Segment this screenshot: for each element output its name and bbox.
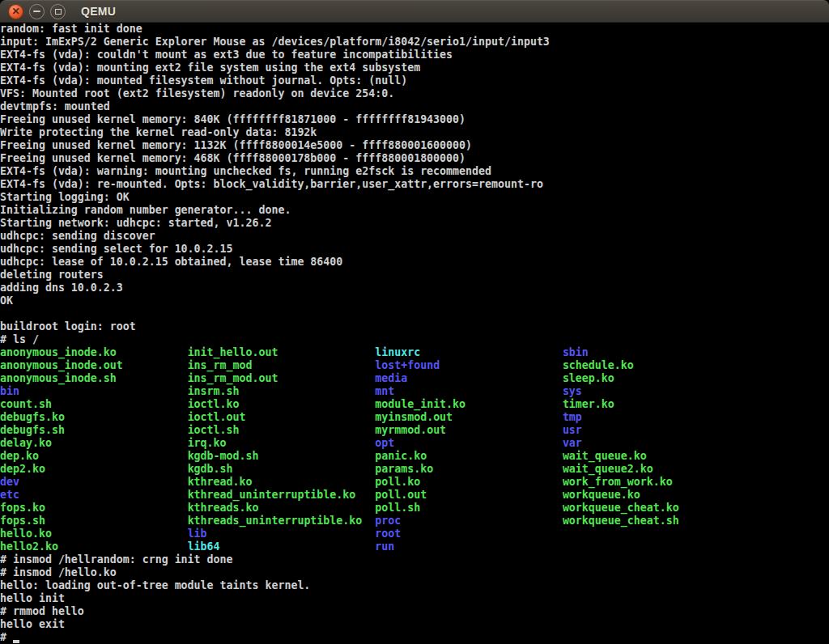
terminal-line: buildroot login: root	[0, 320, 829, 333]
terminal-text: fops.ko	[0, 502, 188, 514]
close-button[interactable]: ✕	[8, 4, 23, 19]
terminal-text: var	[563, 437, 582, 449]
terminal-line: etc kthread_uninterruptible.ko poll.out …	[0, 489, 829, 502]
terminal-text: hello init	[0, 592, 65, 604]
terminal-text: #	[0, 631, 13, 643]
terminal-line: EXT4-fs (vda): warning: mounting uncheck…	[0, 165, 829, 178]
terminal-text: deleting routers	[0, 269, 104, 281]
terminal-text: sbin	[563, 346, 589, 358]
terminal-text: EXT4-fs (vda): mounted filesystem withou…	[0, 74, 407, 87]
minimize-icon	[33, 11, 40, 12]
terminal-text: etc	[0, 489, 188, 501]
terminal-line: EXT4-fs (vda): couldn't mount as ext3 du…	[0, 49, 829, 61]
terminal-text: adding dns 10.0.2.3	[0, 282, 123, 294]
terminal-text: udhcpc: sending discover	[0, 230, 155, 242]
terminal-line: anonymous_inode.sh ins_rm_mod.out media …	[0, 372, 829, 385]
maximize-button[interactable]	[50, 4, 66, 19]
terminal-text: Starting network: udhcpc: started, v1.26…	[0, 217, 271, 229]
terminal-text: buildroot login: root	[0, 320, 136, 333]
terminal-text: myinsmod.out	[375, 411, 563, 423]
terminal-text: linuxrc	[375, 346, 563, 358]
terminal-line: # insmod /hello.ko	[0, 566, 829, 579]
terminal-text: lib64	[188, 540, 376, 553]
terminal-line: adding dns 10.0.2.3	[0, 282, 829, 294]
terminal-text: dep.ko	[0, 450, 188, 462]
titlebar[interactable]: ✕ QEMU	[0, 0, 829, 23]
terminal-line: # ls /	[0, 333, 829, 346]
terminal-line: anonymous_inode.ko init_hello.out linuxr…	[0, 346, 829, 359]
terminal-text: schedule.ko	[563, 359, 634, 371]
terminal-text: fops.sh	[0, 515, 188, 527]
terminal-line: #	[0, 631, 829, 644]
terminal-text: hello exit	[0, 618, 65, 630]
terminal-text: bin	[0, 385, 188, 397]
close-icon: ✕	[11, 6, 19, 16]
terminal-line: delay.ko irq.ko opt var	[0, 437, 829, 450]
terminal-text: kthread.ko	[188, 476, 376, 488]
terminal-text: module_init.ko	[375, 398, 563, 410]
terminal-text: # insmod /hellrandom: crng init done	[0, 553, 233, 566]
minimize-button[interactable]	[29, 4, 45, 19]
terminal-text: ioctl.ko	[188, 398, 376, 410]
terminal-text: sleep.ko	[563, 372, 614, 384]
terminal-text: Initializing random number generator... …	[0, 204, 291, 216]
terminal-text: input: ImExPS/2 Generic Explorer Mouse a…	[0, 36, 550, 48]
terminal-text: params.ko	[375, 463, 563, 475]
terminal-line: fops.sh kthreads_uninterruptible.ko proc…	[0, 515, 829, 527]
terminal-text: ioctl.out	[188, 411, 376, 423]
terminal-text: insrm.sh	[188, 385, 376, 397]
terminal-line: anonymous_inode.out ins_rm_mod lost+foun…	[0, 359, 829, 372]
terminal-text: run	[375, 540, 394, 553]
terminal-text: # rmmod hello	[0, 605, 84, 617]
terminal-text: sys	[563, 385, 582, 397]
terminal-text: devtmpfs: mounted	[0, 100, 110, 112]
terminal-line: dev kthread.ko poll.ko work_from_work.ko	[0, 476, 829, 489]
terminal-text: EXT4-fs (vda): re-mounted. Opts: block_v…	[0, 178, 543, 190]
terminal-text: dev	[0, 476, 188, 488]
terminal-line: deleting routers	[0, 269, 829, 282]
terminal-line: EXT4-fs (vda): mounting ext2 file system…	[0, 61, 829, 74]
terminal-line: bin insrm.sh mnt sys	[0, 385, 829, 398]
terminal-line: OK	[0, 294, 829, 307]
window-title: QEMU	[81, 5, 116, 18]
terminal-text: wait_queue.ko	[563, 450, 647, 462]
terminal-text: delay.ko	[0, 437, 188, 449]
terminal-line: hello: loading out-of-tree module taints…	[0, 579, 829, 592]
terminal-text: hello.ko	[0, 527, 188, 540]
terminal-text: OK	[0, 294, 13, 307]
terminal-line: Write protecting the kernel read-only da…	[0, 126, 829, 139]
terminal-text: mnt	[375, 385, 563, 397]
terminal-text: anonymous_inode.out	[0, 359, 188, 371]
terminal-text: hello: loading out-of-tree module taints…	[0, 579, 310, 591]
terminal-line: devtmpfs: mounted	[0, 100, 829, 113]
qemu-window: ✕ QEMU random: fast init doneinput: ImEx…	[0, 0, 829, 644]
terminal-text: wait_queue2.ko	[563, 463, 653, 475]
terminal-line: Freeing unused kernel memory: 840K (ffff…	[0, 113, 829, 126]
terminal-text: kgdb-mod.sh	[188, 450, 376, 462]
terminal-line: VFS: Mounted root (ext2 filesystem) read…	[0, 87, 829, 100]
terminal-text: debugfs.ko	[0, 411, 188, 423]
terminal-line: random: fast init done	[0, 23, 829, 36]
terminal-text: # insmod /hello.ko	[0, 566, 117, 578]
terminal-text: Write protecting the kernel read-only da…	[0, 126, 317, 138]
terminal-text: poll.sh	[375, 502, 563, 514]
maximize-icon	[55, 9, 62, 15]
terminal-line	[0, 307, 829, 320]
terminal-text: random: fast init done	[0, 23, 142, 35]
terminal-text: VFS: Mounted root (ext2 filesystem) read…	[0, 87, 394, 100]
terminal-text: Freeing unused kernel memory: 840K (ffff…	[0, 113, 466, 125]
terminal-line: EXT4-fs (vda): re-mounted. Opts: block_v…	[0, 178, 829, 191]
terminal-line: debugfs.sh ioctl.sh myrmmod.out usr	[0, 424, 829, 437]
terminal-line: hello.ko lib root	[0, 527, 829, 540]
terminal-text: # ls /	[0, 333, 39, 345]
terminal-line: Freeing unused kernel memory: 468K (ffff…	[0, 152, 829, 165]
terminal-line: hello2.ko lib64 run	[0, 540, 829, 553]
terminal-text: anonymous_inode.sh	[0, 372, 188, 384]
terminal-line: # rmmod hello	[0, 605, 829, 618]
terminal-line: Freeing unused kernel memory: 1132K (fff…	[0, 139, 829, 152]
terminal-text: debugfs.sh	[0, 424, 188, 436]
terminal-text: EXT4-fs (vda): mounting ext2 file system…	[0, 61, 420, 74]
terminal-text: workqueue.ko	[563, 489, 640, 501]
terminal-line: udhcpc: lease of 10.0.2.15 obtained, lea…	[0, 256, 829, 269]
terminal-screen[interactable]: random: fast init doneinput: ImExPS/2 Ge…	[0, 23, 829, 644]
